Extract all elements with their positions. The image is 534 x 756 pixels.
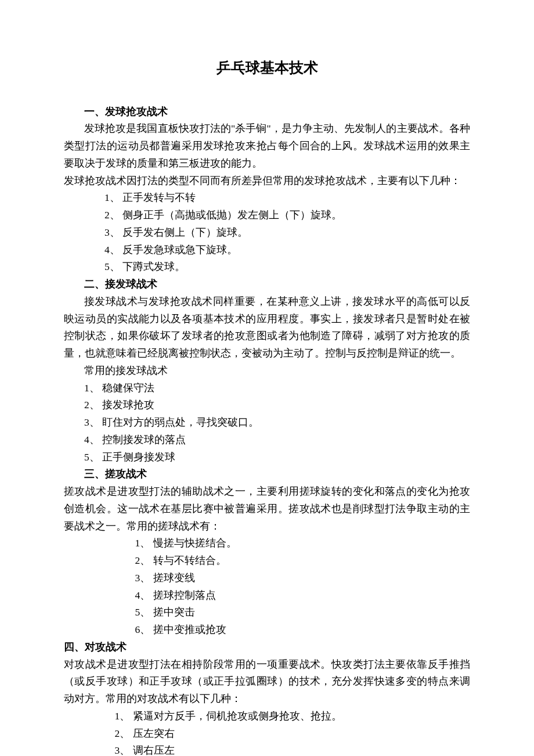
- text: 接发球战术与发球抢攻战术同样重要，在某种意义上讲，接发球水平的高低可以反映运动员…: [64, 296, 470, 359]
- list-item: 4、 反手发急球或急下旋球。: [104, 242, 470, 259]
- list-item: 3、 反手发右侧上（下）旋球。: [104, 224, 470, 242]
- section-3-paragraph-1: 搓攻战术是进攻型打法的辅助战术之一，主要利用搓球旋转的变化和落点的变化为抢攻创造…: [64, 483, 470, 535]
- section-4-paragraph-1: 对攻战术是进攻型打法在相持阶段常用的一项重要战术。快攻类打法主要依靠反手推挡（或…: [64, 656, 470, 708]
- list-item: 6、 搓中变推或抢攻: [135, 621, 471, 639]
- list-item: 1、 紧逼对方反手，伺机抢攻或侧身抢攻、抢拉。: [115, 708, 471, 725]
- list-item: 5、 搓中突击: [135, 604, 471, 621]
- list-item: 3、 搓球变线: [135, 570, 471, 587]
- list-item: 4、 搓球控制落点: [135, 587, 471, 604]
- list-item: 1、 稳健保守法: [64, 380, 470, 397]
- page-title: 乒乓球基本技术: [64, 55, 470, 80]
- section-4-heading: 四、对攻战术: [64, 639, 470, 656]
- list-item: 2、 侧身正手（高抛或低抛）发左侧上（下）旋球。: [104, 207, 470, 224]
- list-item: 2、 接发球抢攻: [64, 397, 470, 414]
- section-1-paragraph-1: 发球抢攻是我国直板快攻打法的"杀手锏"，是力争主动、先发制人的主要战术。各种类型…: [64, 120, 470, 172]
- section-2-list: 1、 稳健保守法 2、 接发球抢攻 3、 盯住对方的弱点处，寻找突破口。 4、 …: [64, 380, 470, 466]
- section-4-list: 1、 紧逼对方反手，伺机抢攻或侧身抢攻、抢拉。 2、 压左突右 3、 调右压左 …: [64, 708, 470, 756]
- document-page: 乒乓球基本技术 一、发球抢攻战术 发球抢攻是我国直板快攻打法的"杀手锏"，是力争…: [0, 0, 534, 756]
- text: 发球抢攻是我国直板快攻打法的"杀手锏"，是力争主动、先发制人的主要战术。各种类型…: [64, 123, 470, 169]
- section-1-heading: 一、发球抢攻战术: [64, 103, 470, 121]
- section-1-paragraph-2: 发球抢攻战术因打法的类型不同而有所差异但常用的发球抢攻战术，主要有以下几种：: [64, 172, 470, 190]
- list-item: 2、 压左突右: [115, 725, 471, 743]
- list-item: 3、 盯住对方的弱点处，寻找突破口。: [64, 414, 470, 431]
- list-item: 5、 正手侧身接发球: [64, 449, 470, 466]
- section-2-paragraph-2: 常用的接发球战术: [64, 362, 470, 380]
- list-item: 2、 转与不转结合。: [135, 552, 471, 570]
- section-2-paragraph-1: 接发球战术与发球抢攻战术同样重要，在某种意义上讲，接发球水平的高低可以反映运动员…: [64, 293, 470, 362]
- section-2-heading: 二、接发球战术: [64, 276, 470, 293]
- section-3-heading: 三、搓攻战术: [64, 466, 470, 483]
- list-item: 1、 慢搓与快搓结合。: [135, 535, 471, 552]
- list-item: 3、 调右压左: [115, 742, 471, 756]
- list-item: 4、 控制接发球的落点: [64, 431, 470, 449]
- section-3-list: 1、 慢搓与快搓结合。 2、 转与不转结合。 3、 搓球变线 4、 搓球控制落点…: [64, 535, 470, 639]
- list-item: 1、 正手发转与不转: [104, 189, 470, 207]
- list-item: 5、 下蹲式发球。: [104, 258, 470, 276]
- section-1-list: 1、 正手发转与不转 2、 侧身正手（高抛或低抛）发左侧上（下）旋球。 3、 反…: [64, 189, 470, 276]
